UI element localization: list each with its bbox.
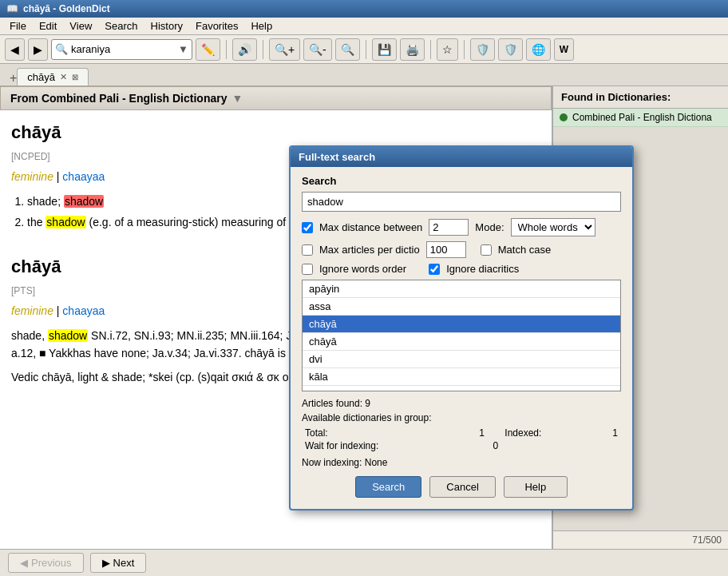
navbar: ◀ Previous ▶ Next — [0, 549, 728, 576]
translate-button[interactable]: 🌐 — [526, 38, 551, 61]
next-button[interactable]: ▶ Next — [90, 553, 147, 573]
security1-button[interactable]: 🛡️ — [470, 38, 495, 61]
result-item-chaya2[interactable]: chāyā — [303, 333, 620, 351]
security2-button[interactable]: 🛡️ — [498, 38, 523, 61]
feminine-label-2: feminine — [11, 304, 53, 317]
toolbar-separator5 — [464, 40, 465, 59]
tab-close-button[interactable]: ✕ — [60, 72, 67, 82]
dict-header-icon: ▼ — [231, 92, 243, 105]
forward-button[interactable]: ▶ — [28, 38, 48, 61]
ignore-order-checkbox[interactable] — [302, 264, 313, 275]
dict-result-item[interactable]: Combined Pali - English Dictiona — [553, 109, 728, 127]
dropdown-arrow-icon[interactable]: ▼ — [178, 43, 188, 55]
fts-results-list[interactable]: apāyin assa chāyā chāyā dvi kāla kāla sā… — [302, 280, 621, 391]
max-distance-checkbox[interactable] — [302, 222, 313, 233]
menu-view[interactable]: View — [63, 18, 98, 34]
available-dicts-label: Available dictionaries in group: — [302, 412, 621, 423]
menu-file[interactable]: File — [3, 18, 33, 34]
save-button[interactable]: 💾 — [372, 38, 397, 61]
menu-favorites[interactable]: Favorites — [189, 18, 244, 34]
toolbar-separator4 — [430, 40, 431, 59]
result-item-chaya1[interactable]: chāyā — [303, 316, 620, 333]
max-distance-input[interactable]: 2 — [429, 219, 469, 236]
found-header: Found in Dictionaries: — [553, 86, 728, 109]
total-value: 1 — [476, 427, 501, 439]
dict-result-label: Combined Pali - English Dictiona — [572, 112, 712, 123]
zoom-out-button[interactable]: 🔍- — [303, 38, 332, 61]
zoom-reset-button[interactable]: 🔍 — [335, 38, 360, 61]
max-articles-input[interactable]: 100 — [426, 241, 466, 258]
ignore-diacritics-label: Ignore diacritics — [446, 263, 519, 275]
tabbar: + chāyā ✕ ⊠ — [0, 64, 728, 86]
prev-icon: ◀ — [20, 557, 28, 569]
indexed-label: Indexed: — [501, 427, 595, 439]
menu-search[interactable]: Search — [98, 18, 144, 34]
total-label: Total: — [302, 427, 476, 439]
highlight-shadow-red: shadow — [64, 195, 104, 208]
stats-total-row: Total: 1 Indexed: 1 — [302, 427, 621, 439]
fts-search-label: Search — [302, 175, 621, 187]
fts-body: Search shadow Max distance between 2 Mod… — [291, 167, 632, 509]
result-item-dvi[interactable]: dvi — [303, 351, 620, 368]
titlebar: 📖 chāyā - GoldenDict — [0, 0, 728, 18]
back-button[interactable]: ◀ — [5, 38, 25, 61]
fts-search-input[interactable]: shadow — [302, 192, 621, 212]
word-search-combo[interactable]: 🔍 karaniya ▼ — [51, 39, 192, 60]
next-icon: ▶ — [102, 557, 110, 569]
match-case-label: Match case — [498, 244, 551, 256]
menubar: File Edit View Search History Favorites … — [0, 18, 728, 35]
prev-button[interactable]: ◀ Previous — [8, 553, 84, 573]
highlight-shadow-2: shadow — [48, 329, 88, 342]
chaayaa-link-2[interactable]: chaayaa — [62, 304, 105, 317]
menu-edit[interactable]: Edit — [33, 18, 63, 34]
new-tab-button[interactable]: + — [10, 71, 17, 85]
app-title: chāyā - GoldenDict — [23, 3, 110, 14]
word-search-input[interactable]: karaniya — [71, 43, 175, 55]
fts-help-button[interactable]: Help — [504, 476, 568, 498]
match-case-checkbox[interactable] — [481, 244, 492, 256]
mode-label: Mode: — [475, 221, 504, 233]
entry-title-1: chāyā — [11, 118, 540, 146]
tab-chaya[interactable]: chāyā ✕ ⊠ — [17, 68, 89, 85]
tab-maximize-icon[interactable]: ⊠ — [72, 73, 78, 81]
result-item-assa[interactable]: assa — [303, 298, 620, 316]
page-counter: 71/500 — [553, 530, 728, 549]
fts-search-button[interactable]: Search — [355, 476, 421, 498]
print-button[interactable]: 🖨️ — [400, 38, 425, 61]
scan-button[interactable]: ✏️ — [196, 38, 220, 61]
max-articles-checkbox[interactable] — [302, 244, 313, 256]
dict-header-text: From Combined Pali - English Dictionary — [10, 92, 227, 105]
highlight-shadow-yellow: shadow — [46, 216, 85, 228]
toolbar-separator2 — [263, 40, 263, 59]
fts-cancel-button[interactable]: Cancel — [429, 476, 495, 498]
fts-titlebar: Full-text search — [291, 147, 632, 167]
toolbar-separator — [226, 40, 227, 59]
search-icon: 🔍 — [55, 43, 68, 55]
result-item-kala1[interactable]: kāla — [303, 368, 620, 386]
articles-found: Articles found: 9 — [302, 398, 621, 409]
wiki-button[interactable]: W — [554, 38, 574, 61]
fts-title: Full-text search — [299, 151, 375, 163]
mode-select[interactable]: Whole words Plain text Regex — [511, 218, 595, 236]
result-item-apāyin[interactable]: apāyin — [303, 280, 620, 298]
fts-articles-row: Max articles per dictio 100 Match case — [302, 241, 621, 258]
menu-history[interactable]: History — [144, 18, 189, 34]
zoom-in-button[interactable]: 🔍+ — [269, 38, 300, 61]
fts-max-distance-row: Max distance between 2 Mode: Whole words… — [302, 218, 621, 236]
audio-button[interactable]: 🔊 — [232, 38, 257, 61]
menu-help[interactable]: Help — [244, 18, 279, 34]
prev-label: Previous — [31, 557, 72, 569]
now-indexing: Now indexing: None — [302, 457, 621, 468]
next-label: Next — [113, 557, 135, 569]
wait-value: 0 — [476, 439, 501, 452]
ignore-diacritics-checkbox[interactable] — [429, 264, 440, 275]
bookmark-button[interactable]: ☆ — [437, 38, 458, 61]
app-icon: 📖 — [6, 3, 18, 14]
max-articles-label: Max articles per dictio — [319, 244, 420, 256]
tab-label: chāyā — [27, 71, 55, 83]
result-item-kala2[interactable]: kāla — [303, 386, 620, 391]
fts-buttons: Search Cancel Help — [302, 476, 621, 501]
dict-header: From Combined Pali - English Dictionary … — [0, 86, 552, 110]
feminine-label-1: feminine — [11, 170, 53, 183]
chaayaa-link-1[interactable]: chaayaa — [62, 170, 105, 183]
